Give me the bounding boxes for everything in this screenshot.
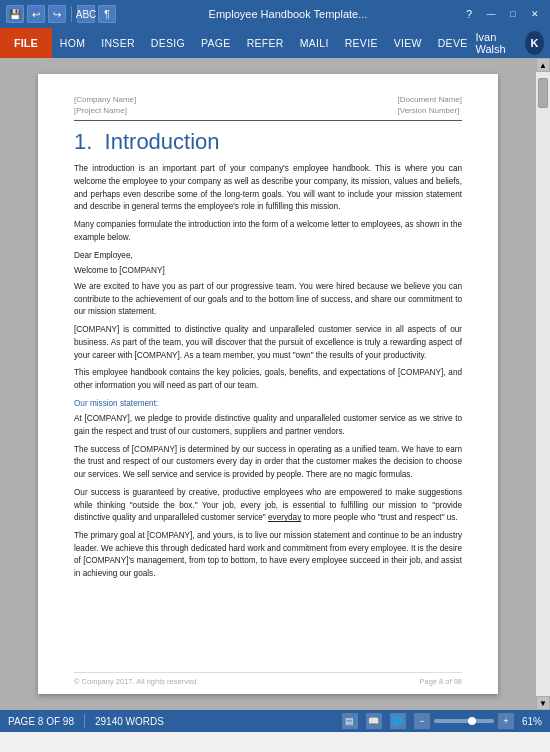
document-body: The introduction is an important part of…	[74, 163, 462, 580]
footer-page: Page 8 of 98	[419, 677, 462, 686]
minimize-button[interactable]: —	[482, 6, 500, 22]
para-committed: [COMPANY] is committed to distinctive qu…	[74, 324, 462, 362]
spellcheck-icon[interactable]: ABC	[77, 5, 95, 23]
user-area: Ivan Walsh K	[476, 28, 550, 58]
zoom-percentage: 61%	[522, 716, 542, 727]
doc-meta-header: [Company Name] [Project Name] [Document …	[74, 94, 462, 116]
view-read-icon[interactable]: 📖	[366, 713, 382, 729]
window-controls: ? — □ ✕	[460, 6, 544, 22]
document-scroll: [Company Name] [Project Name] [Document …	[0, 58, 536, 710]
window-title: Employee Handbook Template...	[116, 8, 460, 20]
document-page: [Company Name] [Project Name] [Document …	[38, 74, 498, 694]
mission-heading: Our mission statement:	[74, 398, 462, 411]
footer-copyright: © Company 2017. All rights reserved.	[74, 677, 198, 686]
para-primary-goal: The primary goal at [COMPANY], and yours…	[74, 530, 462, 581]
section-title: Introduction	[105, 129, 220, 154]
tab-references[interactable]: REFER	[239, 28, 292, 58]
document-footer: © Company 2017. All rights reserved. Pag…	[74, 672, 462, 686]
tab-insert[interactable]: INSER	[93, 28, 143, 58]
zoom-in-icon[interactable]: +	[498, 713, 514, 729]
doc-meta-right: [Document Name] [Version Number]	[398, 94, 462, 116]
scroll-up-arrow[interactable]: ▲	[536, 58, 550, 72]
tab-page[interactable]: PAGE	[193, 28, 239, 58]
zoom-track[interactable]	[434, 719, 494, 723]
greeting-line: Dear Employee,	[74, 250, 462, 263]
project-name-field: [Project Name]	[74, 105, 136, 116]
status-bar-right: ▤ 📖 🌐 − + 61%	[342, 713, 542, 729]
document-name-field: [Document Name]	[398, 94, 462, 105]
tab-mailings[interactable]: MAILI	[292, 28, 337, 58]
section-number: 1.	[74, 129, 92, 154]
view-layout-icon[interactable]: ▤	[342, 713, 358, 729]
file-tab[interactable]: FILE	[0, 28, 52, 58]
save-icon[interactable]: 💾	[6, 5, 24, 23]
close-button[interactable]: ✕	[526, 6, 544, 22]
page-info: PAGE 8 OF 98	[8, 716, 74, 727]
scroll-down-arrow[interactable]: ▼	[536, 696, 550, 710]
version-number-field: [Version Number]	[398, 105, 462, 116]
status-sep-1	[84, 714, 85, 728]
para-mission-1: At [COMPANY], we pledge to provide disti…	[74, 413, 462, 438]
help-button[interactable]: ?	[460, 6, 478, 22]
user-avatar[interactable]: K	[525, 31, 544, 55]
company-name-field: [Company Name]	[74, 94, 136, 105]
format-icon[interactable]: ¶	[98, 5, 116, 23]
intro-para-1: The introduction is an important part of…	[74, 163, 462, 214]
quick-access-toolbar: 💾 ↩ ↪ ABC ¶	[6, 5, 116, 23]
title-bar-left: 💾 ↩ ↪ ABC ¶	[6, 5, 116, 23]
tab-design[interactable]: DESIG	[143, 28, 193, 58]
header-divider	[74, 120, 462, 121]
zoom-out-icon[interactable]: −	[414, 713, 430, 729]
scroll-track[interactable]	[536, 72, 550, 696]
word-count: 29140 WORDS	[95, 716, 164, 727]
para-success-1: The success of [COMPANY] is determined b…	[74, 444, 462, 482]
welcome-line: Welcome to [COMPANY]	[74, 265, 462, 278]
document-area: [Company Name] [Project Name] [Document …	[0, 58, 550, 710]
zoom-thumb[interactable]	[468, 717, 476, 725]
section-heading: 1. Introduction	[74, 129, 462, 155]
para-excited: We are excited to have you as part of ou…	[74, 281, 462, 319]
maximize-button[interactable]: □	[504, 6, 522, 22]
para-handbook: This employee handbook contains the key …	[74, 367, 462, 392]
ribbon: FILE HOM INSER DESIG PAGE REFER MAILI RE…	[0, 28, 550, 58]
title-bar: 💾 ↩ ↪ ABC ¶ Employee Handbook Template..…	[0, 0, 550, 28]
zoom-control[interactable]: − +	[414, 713, 514, 729]
scroll-thumb[interactable]	[538, 78, 548, 108]
view-web-icon[interactable]: 🌐	[390, 713, 406, 729]
tab-developer[interactable]: DEVE	[430, 28, 476, 58]
intro-para-2: Many companies formulate the introductio…	[74, 219, 462, 244]
redo-icon[interactable]: ↪	[48, 5, 66, 23]
user-name: Ivan Walsh	[476, 31, 519, 55]
everyday-underline: everyday	[268, 513, 301, 522]
status-bar: PAGE 8 OF 98 29140 WORDS ▤ 📖 🌐 − + 61%	[0, 710, 550, 732]
para-success-2: Our success is guaranteed by creative, p…	[74, 487, 462, 525]
tab-home[interactable]: HOM	[52, 28, 93, 58]
vertical-scrollbar[interactable]: ▲ ▼	[536, 58, 550, 710]
tab-review[interactable]: REVIE	[337, 28, 386, 58]
toolbar-separator	[71, 6, 72, 22]
undo-icon[interactable]: ↩	[27, 5, 45, 23]
doc-meta-left: [Company Name] [Project Name]	[74, 94, 136, 116]
tab-view[interactable]: VIEW	[386, 28, 430, 58]
